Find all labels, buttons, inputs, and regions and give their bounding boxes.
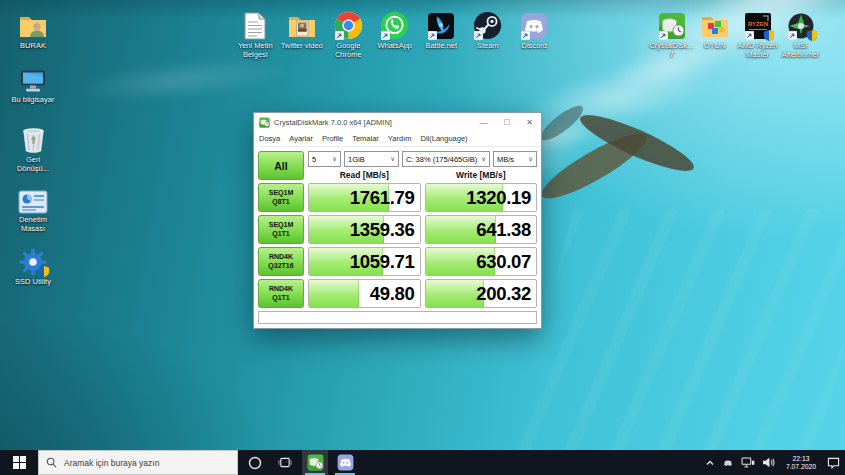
desktop-icon-google-chrome[interactable]: Google Chrome	[325, 8, 372, 59]
test-count-select[interactable]: 5∨	[308, 151, 341, 167]
desktop-icon-label: Yeni Metin Belgesi	[238, 42, 273, 59]
uac-shield-icon	[39, 266, 49, 277]
write-value: 630.07	[476, 251, 531, 273]
crystaldiskmark-window: CrystalDiskMark 7.0.0 x64 [ADMIN] — ✕ Do…	[253, 112, 542, 329]
chevron-down-icon: ∨	[481, 155, 486, 163]
desktop-icon-denetim-masasi[interactable]: Denetim Masası	[9, 182, 57, 233]
taskbar-discord-button[interactable]	[332, 450, 358, 475]
read-result-cell: 1059.71	[308, 247, 421, 276]
write-result-cell: 200.32	[425, 279, 538, 308]
desktop-icon-label: Bu bilgisayar	[12, 96, 55, 105]
desktop-icon-label: Geri Dönüşü...	[17, 156, 49, 173]
taskbar-clock[interactable]: 22:13 7.07.2020	[782, 455, 820, 471]
desktop-icon-label: OYUN	[704, 42, 726, 51]
desktop-icon-twitter-video[interactable]: Twitter video	[279, 8, 326, 59]
maximize-button[interactable]	[495, 113, 518, 131]
minimize-button[interactable]: —	[472, 113, 495, 131]
desktop-icon-burak[interactable]: BURAK	[9, 8, 57, 51]
desktop-icon-msi-afterburner[interactable]: MSI Afterburner	[779, 8, 822, 59]
crystaldiskmark-7-icon	[658, 8, 686, 40]
write-result-cell: 1320.19	[425, 183, 538, 212]
desktop-icon-crystaldiskmark-7[interactable]: CrystalDisk... 7	[650, 8, 693, 59]
desktop-icon-label: BURAK	[20, 42, 46, 51]
desktop-icon-discord[interactable]: Discord	[511, 8, 558, 59]
shortcut-arrow-icon	[428, 31, 437, 40]
menu-dosya[interactable]: Dosya	[259, 134, 280, 143]
network-icon[interactable]	[741, 457, 755, 468]
window-title: CrystalDiskMark 7.0.0 x64 [ADMIN]	[274, 118, 472, 127]
chevron-down-icon: ∨	[390, 155, 395, 163]
test-size-select[interactable]: 1GiB∨	[344, 151, 399, 167]
status-bar	[258, 311, 537, 324]
test-button-seq1m-q8t1[interactable]: SEQ1MQ8T1	[258, 183, 304, 212]
test-sublabel: Q1T1	[272, 294, 290, 303]
shortcut-arrow-icon	[474, 31, 483, 40]
desktop-icon-geri-donusum[interactable]: Geri Dönüşü...	[9, 122, 57, 173]
start-button[interactable]	[0, 450, 38, 475]
desktop-icon-battlenet[interactable]: Battle.net	[418, 8, 465, 59]
desktop-icon-bu-bilgisayar[interactable]: Bu bilgisayar	[9, 62, 57, 105]
chevron-down-icon: ∨	[332, 155, 337, 163]
test-button-rnd4k-q1t1[interactable]: RND4KQ1T1	[258, 279, 304, 308]
shortcut-arrow-icon	[788, 31, 797, 40]
test-count-value: 5	[312, 155, 316, 164]
desktop-icon-steam[interactable]: Steam	[465, 8, 512, 59]
unit-select[interactable]: MB/s∨	[493, 151, 537, 167]
volume-icon[interactable]	[762, 457, 775, 468]
amd-ryzen-master-icon: RYZEN	[744, 8, 772, 40]
target-drive-select[interactable]: C: 38% (175/465GiB)∨	[402, 151, 490, 167]
tray-chevron-up-icon[interactable]	[705, 458, 715, 468]
desktop-icon-ssd-utility[interactable]: SSD Utility	[9, 244, 57, 287]
write-value: 1320.19	[466, 187, 531, 209]
read-column-header: Read [MB/s]	[308, 170, 421, 180]
menu-yard-m[interactable]: Yardım	[388, 134, 412, 143]
google-chrome-icon	[334, 8, 363, 40]
clock-time: 22:13	[782, 455, 820, 463]
settings-row: 5∨ 1GiB∨ C: 38% (175/465GiB)∨ MB/s∨	[308, 151, 537, 167]
read-result-cell: 49.80	[308, 279, 421, 308]
menu-bar: DosyaAyarlarProfileTemalarYardımDil(Lang…	[254, 131, 541, 147]
write-value: 200.32	[476, 283, 531, 305]
test-label: SEQ1M	[269, 221, 294, 230]
test-sublabel: Q32T16	[268, 262, 293, 271]
test-size-value: 1GiB	[348, 155, 365, 164]
desktop-icon-whatsapp[interactable]: WhatsApp	[372, 8, 419, 59]
unit-value: MB/s	[497, 155, 514, 164]
test-sublabel: Q8T1	[272, 198, 290, 207]
write-result-cell: 630.07	[425, 247, 538, 276]
desktop-icon-label: Denetim Masası	[19, 216, 47, 233]
yeni-metin-belgesi-icon	[244, 8, 266, 40]
discord-icon	[520, 8, 548, 40]
title-bar[interactable]: CrystalDiskMark 7.0.0 x64 [ADMIN] — ✕	[254, 113, 541, 131]
oyun-icon	[700, 8, 730, 40]
task-view-button[interactable]	[272, 450, 298, 475]
cortana-button[interactable]	[242, 450, 268, 475]
test-button-seq1m-q1t1[interactable]: SEQ1MQ1T1	[258, 215, 304, 244]
test-button-rnd4k-q32t16[interactable]: RND4KQ32T16	[258, 247, 304, 276]
read-value: 49.80	[370, 283, 415, 305]
desktop-icon-yeni-metin-belgesi[interactable]: Yeni Metin Belgesi	[232, 8, 279, 59]
desktop-icon-label: CrystalDisk... 7	[649, 42, 693, 59]
menu-ayarlar[interactable]: Ayarlar	[289, 134, 313, 143]
desktop-icon-label: Battle.net	[425, 42, 457, 51]
menu-profile[interactable]: Profile	[322, 134, 343, 143]
crystaldiskmark-app-icon	[259, 117, 270, 128]
system-tray: 22:13 7.07.2020	[705, 450, 845, 475]
action-center-icon[interactable]	[827, 457, 840, 469]
svg-text:RYZEN: RYZEN	[747, 21, 767, 27]
search-icon	[46, 454, 57, 472]
shortcut-arrow-icon	[745, 31, 754, 40]
tray-discord-icon[interactable]	[722, 457, 734, 469]
menu-temalar[interactable]: Temalar	[352, 134, 379, 143]
uac-shield-icon	[764, 30, 774, 41]
all-button[interactable]: All	[258, 151, 304, 180]
taskbar-crystaldiskmark-button[interactable]	[302, 450, 328, 475]
desktop: BURAKBu bilgisayarGeri Dönüşü...Denetim …	[0, 0, 845, 475]
desktop-icon-oyun[interactable]: OYUN	[693, 8, 736, 59]
menu-dil-language-[interactable]: Dil(Language)	[420, 134, 467, 143]
close-button[interactable]: ✕	[518, 113, 541, 131]
desktop-icon-amd-ryzen-master[interactable]: RYZENAMD Ryzen Master	[736, 8, 779, 59]
shortcut-arrow-icon	[381, 31, 390, 40]
test-label: RND4K	[269, 285, 293, 294]
taskbar-search-input[interactable]: Aramak için buraya yazın	[38, 450, 238, 475]
